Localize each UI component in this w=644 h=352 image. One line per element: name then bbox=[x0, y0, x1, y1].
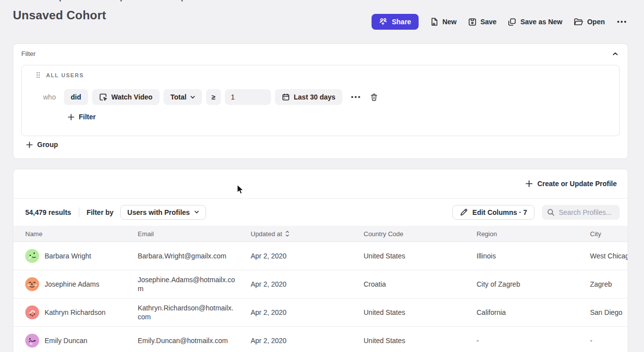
date-range-label: Last 30 days bbox=[294, 93, 335, 101]
share-button-label: Share bbox=[392, 18, 411, 26]
add-filter-button[interactable]: Filter bbox=[68, 113, 96, 121]
profile-country: Croatia bbox=[364, 280, 477, 288]
date-range-selector[interactable]: Last 30 days bbox=[275, 89, 342, 105]
profiles-panel: Create or Update Profile 54,479 results … bbox=[13, 169, 628, 352]
operator-selector[interactable]: ≥ bbox=[206, 89, 221, 105]
new-file-icon bbox=[430, 17, 438, 26]
filter-by-label: Filter by bbox=[87, 208, 113, 216]
profile-country: United States bbox=[364, 252, 477, 260]
column-header-name[interactable]: Name bbox=[25, 230, 138, 238]
profile-country: United States bbox=[364, 337, 477, 345]
aggregation-label: Total bbox=[170, 93, 186, 101]
profile-name: Barbara Wright bbox=[45, 252, 99, 260]
new-button[interactable]: New bbox=[430, 17, 457, 26]
profile-name: Emily Duncan bbox=[45, 337, 95, 345]
operator-label: ≥ bbox=[212, 93, 215, 101]
clipped-top-content bbox=[59, 0, 183, 1]
edit-columns-button[interactable]: Edit Columns · 7 bbox=[452, 205, 535, 220]
search-profiles-input[interactable] bbox=[559, 208, 613, 216]
pencil-icon bbox=[460, 208, 468, 216]
avatar bbox=[25, 305, 39, 319]
divider bbox=[79, 207, 79, 217]
column-header-city[interactable]: City bbox=[590, 230, 628, 238]
save-button-label: Save bbox=[481, 18, 497, 26]
avatar bbox=[25, 277, 39, 291]
calendar-icon bbox=[282, 93, 290, 101]
profile-city: San Diego bbox=[590, 308, 628, 316]
profile-region: Illinois bbox=[477, 252, 590, 260]
trash-icon bbox=[370, 93, 378, 101]
folder-icon bbox=[574, 18, 583, 26]
column-header-email[interactable]: Email bbox=[138, 230, 251, 238]
chevron-down-icon bbox=[190, 96, 195, 99]
clause-more-options-icon[interactable] bbox=[349, 94, 362, 100]
create-or-update-profile-button[interactable]: Create or Update Profile bbox=[526, 180, 617, 188]
filter-group-card: ALL USERS who did Watch Video Total bbox=[21, 65, 620, 136]
create-or-update-profile-label: Create or Update Profile bbox=[537, 180, 617, 188]
profile-email: Kathryn.Richardson@hotmailx.com bbox=[138, 303, 251, 321]
share-users-icon bbox=[379, 18, 388, 26]
search-profiles-box[interactable] bbox=[542, 205, 620, 220]
avatar bbox=[25, 249, 39, 263]
chevron-up-icon bbox=[612, 52, 618, 56]
column-header-updated-at[interactable]: Updated at bbox=[251, 230, 364, 238]
value-input[interactable] bbox=[225, 89, 271, 105]
table-row[interactable]: Barbara Wright Barbara.Wright@gmailx.com… bbox=[13, 242, 628, 270]
chevron-down-icon bbox=[194, 210, 199, 214]
save-button[interactable]: Save bbox=[468, 18, 497, 26]
delete-clause-button[interactable] bbox=[369, 92, 379, 102]
sort-icon bbox=[285, 231, 289, 237]
who-label: who bbox=[43, 93, 56, 101]
event-selector[interactable]: Watch Video bbox=[92, 89, 160, 105]
profile-updated-at: Apr 2, 2020 bbox=[251, 308, 364, 316]
copy-icon bbox=[508, 18, 516, 26]
profile-email: Josephine.Adams@hotmailx.com bbox=[138, 275, 251, 293]
add-group-label: Group bbox=[37, 141, 58, 149]
results-count: 54,479 results bbox=[25, 208, 71, 216]
profile-updated-at: Apr 2, 2020 bbox=[251, 337, 364, 345]
open-button[interactable]: Open bbox=[574, 18, 605, 26]
profile-type-dropdown[interactable]: Users with Profiles bbox=[120, 205, 206, 220]
plus-icon bbox=[26, 142, 33, 148]
more-options-icon[interactable] bbox=[616, 19, 627, 25]
collapse-filter-button[interactable] bbox=[611, 50, 620, 57]
aggregation-selector[interactable]: Total bbox=[163, 89, 202, 105]
save-as-new-button[interactable]: Save as New bbox=[508, 18, 562, 26]
search-icon bbox=[547, 208, 555, 216]
edit-columns-label: Edit Columns · 7 bbox=[473, 208, 527, 216]
table-row[interactable]: Josephine Adams Josephine.Adams@hotmailx… bbox=[13, 270, 628, 299]
profile-region: City of Zagreb bbox=[477, 280, 590, 288]
profile-city: West Chicago bbox=[590, 252, 628, 260]
save-as-new-button-label: Save as New bbox=[520, 18, 562, 26]
all-users-label: ALL USERS bbox=[46, 72, 84, 78]
add-group-button[interactable]: Group bbox=[26, 141, 58, 149]
did-selector[interactable]: did bbox=[64, 89, 88, 105]
column-header-country-code[interactable]: Country Code bbox=[364, 230, 477, 238]
filter-panel-label: Filter bbox=[21, 50, 36, 57]
avatar bbox=[25, 334, 39, 348]
profile-name: Josephine Adams bbox=[45, 280, 107, 288]
open-button-label: Open bbox=[587, 18, 605, 26]
filter-panel: Filter ALL USERS who did bbox=[13, 44, 628, 159]
profile-type-value: Users with Profiles bbox=[127, 208, 190, 216]
table-header: Name Email Updated at Country Code Regio… bbox=[13, 226, 628, 242]
share-button[interactable]: Share bbox=[372, 14, 419, 30]
event-label: Watch Video bbox=[111, 93, 153, 101]
did-label: did bbox=[71, 93, 81, 101]
profile-updated-at: Apr 2, 2020 bbox=[251, 252, 364, 260]
add-filter-label: Filter bbox=[79, 113, 96, 121]
profile-email: Emily.Duncan@hotmailx.com bbox=[138, 336, 251, 345]
drag-handle-icon[interactable] bbox=[36, 72, 40, 78]
table-row[interactable]: Kathryn Richardson Kathryn.Richardson@ho… bbox=[13, 299, 628, 327]
profiles-toolbar: 54,479 results Filter by Users with Prof… bbox=[13, 199, 628, 226]
profile-region: California bbox=[477, 308, 590, 316]
event-click-icon bbox=[99, 93, 107, 101]
new-button-label: New bbox=[442, 18, 457, 26]
profile-region: - bbox=[477, 337, 590, 345]
column-header-region[interactable]: Region bbox=[477, 230, 590, 238]
table-row[interactable]: Emily Duncan Emily.Duncan@hotmailx.com A… bbox=[13, 327, 628, 352]
page-title: Unsaved Cohort bbox=[13, 8, 106, 22]
plus-icon bbox=[526, 180, 533, 187]
save-disk-icon bbox=[468, 18, 477, 26]
profile-city: Zagreb bbox=[590, 280, 628, 288]
